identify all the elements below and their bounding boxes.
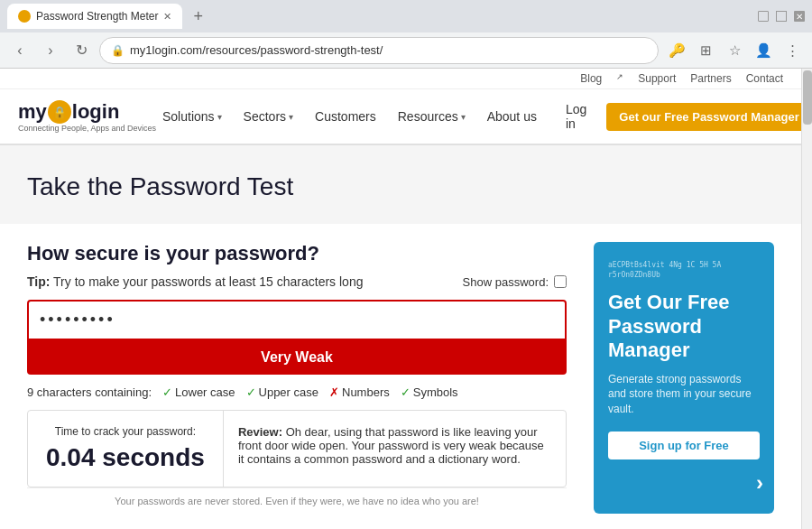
strength-bar: Very Weak (27, 340, 567, 375)
crack-box: Time to crack your password: 0.04 second… (27, 410, 567, 487)
password-manager-icon[interactable]: 🔑 (664, 38, 689, 63)
check-numbers-label: Numbers (342, 385, 390, 399)
password-input[interactable] (40, 311, 554, 329)
utility-nav: Blog ↗ Support Partners Contact (0, 69, 801, 89)
check-green-icon: ✓ (162, 385, 172, 399)
check-green-icon-3: ✓ (401, 385, 411, 399)
address-bar[interactable]: 🔒 my1login.com/resources/password-streng… (99, 37, 659, 64)
bookmark-icon[interactable]: ☆ (722, 38, 747, 63)
tip-prefix: Tip: (27, 274, 50, 289)
logo-login-text: login (72, 100, 120, 124)
content-area: How secure is your password? Tip: Try to… (0, 224, 801, 529)
check-red-icon: ✗ (329, 385, 339, 399)
check-lowercase: ✓ Lower case (162, 385, 235, 399)
external-link-icon: ↗ (616, 72, 623, 85)
review-text: Oh dear, using that password is like lea… (238, 425, 544, 466)
main-section: How secure is your password? Tip: Try to… (27, 242, 567, 514)
crack-review: Review: Oh dear, using that password is … (224, 411, 566, 487)
new-tab-button[interactable]: + (189, 7, 207, 26)
tab-favicon (18, 10, 31, 23)
browser-toolbar: ‹ › ↻ 🔒 my1login.com/resources/password-… (0, 32, 812, 69)
nav-login-link[interactable]: Log in (555, 97, 597, 136)
nav-cta-button[interactable]: Get our Free Password Manager (606, 103, 801, 131)
blog-link[interactable]: Blog (580, 72, 602, 85)
profile-icon[interactable]: 👤 (751, 38, 776, 63)
partners-link[interactable]: Partners (690, 72, 731, 85)
tab-title: Password Strength Meter (36, 10, 158, 23)
nav-sectors[interactable]: Sectors ▾ (235, 104, 302, 129)
review-prefix: Review: (238, 425, 282, 439)
support-link[interactable]: Support (638, 72, 676, 85)
tip-content: Tip: Try to make your passwords at least… (27, 274, 363, 289)
back-button[interactable]: ‹ (7, 38, 32, 63)
privacy-note: Your passwords are never stored. Even if… (27, 487, 567, 514)
menu-icon[interactable]: ⋮ (780, 38, 805, 63)
show-password-checkbox[interactable] (554, 275, 567, 288)
close-button[interactable]: ✕ (794, 11, 805, 22)
tip-text: Try to make your passwords at least 15 c… (53, 274, 363, 289)
browser-frame: Password Strength Meter ✕ + ✕ ‹ › ↻ 🔒 my… (0, 0, 812, 69)
char-analysis: 9 characters containing: ✓ Lower case ✓ … (27, 385, 567, 399)
hero-banner: Take the Password Test (0, 145, 801, 224)
maximize-button[interactable] (776, 11, 787, 22)
main-nav: my 🔒 login Connecting People, Apps and D… (0, 89, 801, 145)
logo-tagline: Connecting People, Apps and Devices (18, 124, 156, 133)
ad-signup-button[interactable]: Sign up for Free (608, 432, 760, 459)
tab-close-button[interactable]: ✕ (163, 11, 171, 23)
check-symbols-label: Symbols (413, 385, 458, 399)
logo[interactable]: my 🔒 login Connecting People, Apps and D… (18, 100, 126, 133)
nav-about-us[interactable]: About us (478, 104, 546, 129)
toolbar-actions: 🔑 ⊞ ☆ 👤 ⋮ (664, 38, 805, 63)
section-heading: How secure is your password? (27, 242, 567, 265)
crack-time-left: Time to crack your password: 0.04 second… (28, 411, 224, 487)
check-lowercase-label: Lower case (175, 385, 235, 399)
scrollbar-thumb[interactable] (803, 70, 812, 125)
check-numbers: ✗ Numbers (329, 385, 390, 399)
scrollbar-track[interactable] (801, 69, 812, 529)
tip-row: Tip: Try to make your passwords at least… (27, 274, 567, 289)
show-password-text: Show password: (463, 275, 549, 289)
crack-value: 0.04 seconds (46, 443, 205, 472)
resources-chevron: ▾ (461, 112, 466, 122)
nav-solutions[interactable]: Solutions ▾ (153, 104, 231, 129)
nav-customers[interactable]: Customers (306, 104, 385, 129)
logo-my-text: my (18, 100, 47, 124)
logo-lock-icon: 🔒 (48, 100, 71, 124)
check-uppercase: ✓ Upper case (246, 385, 318, 399)
forward-button[interactable]: › (38, 38, 63, 63)
sectors-chevron: ▾ (289, 112, 293, 122)
crack-label: Time to crack your password: (46, 425, 205, 438)
check-uppercase-label: Upper case (259, 385, 318, 399)
read-mode-icon[interactable]: ⊞ (693, 38, 718, 63)
char-count: 9 characters containing: (27, 385, 152, 399)
ad-code-text: aECPBtBs4lvit 4Ng 1C 5H 5A r5rOn0ZDn8Ub (608, 260, 760, 280)
solutions-chevron: ▾ (217, 112, 222, 122)
browser-titlebar: Password Strength Meter ✕ + ✕ (0, 0, 812, 32)
ad-title: Get Our Free Password Manager (608, 291, 760, 362)
contact-link[interactable]: Contact (746, 72, 783, 85)
url-text: my1login.com/resources/password-strength… (130, 43, 383, 57)
sidebar-ad: aECPBtBs4lvit 4Ng 1C 5H 5A r5rOn0ZDn8Ub … (594, 242, 774, 514)
hero-title: Take the Password Test (27, 172, 774, 201)
browser-tab[interactable]: Password Strength Meter ✕ (7, 4, 182, 29)
minimize-button[interactable] (758, 11, 769, 22)
password-input-wrapper (27, 300, 567, 340)
ad-description: Generate strong passwords and store them… (608, 372, 760, 417)
nav-resources[interactable]: Resources ▾ (389, 104, 475, 129)
lock-icon: 🔒 (111, 44, 125, 57)
check-green-icon-2: ✓ (246, 385, 256, 399)
refresh-button[interactable]: ↻ (69, 38, 94, 63)
show-password-label: Show password: (463, 275, 567, 289)
page-container: Blog ↗ Support Partners Contact my 🔒 log… (0, 69, 812, 529)
page-content: Blog ↗ Support Partners Contact my 🔒 log… (0, 69, 801, 529)
check-symbols: ✓ Symbols (401, 385, 458, 399)
ad-arrow-icon[interactable]: › (756, 470, 763, 496)
nav-items: Solutions ▾ Sectors ▾ Customers Resource… (153, 104, 546, 129)
